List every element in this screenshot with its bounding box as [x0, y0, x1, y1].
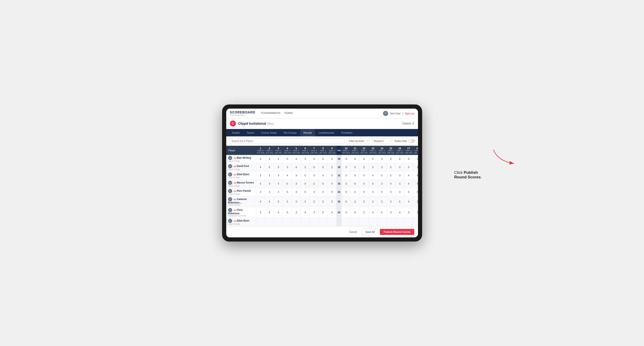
- hole-12-score[interactable]: 4: [360, 180, 368, 188]
- hole-2-score[interactable]: 3: [265, 188, 274, 196]
- tab-leaderboards[interactable]: Leaderboards: [316, 129, 338, 136]
- hole-16-score[interactable]: 6: [395, 155, 404, 163]
- hole-7-score[interactable]: 4: [310, 188, 319, 196]
- hole-10-score[interactable]: 3: [342, 180, 350, 188]
- hole-11-score[interactable]: [350, 218, 360, 226]
- hole-1-score[interactable]: 5: [256, 180, 265, 188]
- hole-10-score[interactable]: 3: [342, 163, 350, 172]
- nav-teams[interactable]: TEAMS: [284, 112, 293, 115]
- hole-14-score[interactable]: [377, 218, 386, 226]
- hole-5-score[interactable]: 3: [292, 180, 301, 188]
- hole-12-score[interactable]: 5: [360, 196, 368, 207]
- hole-1-score[interactable]: 5: [256, 172, 265, 180]
- hole-10-score[interactable]: 5: [342, 188, 350, 196]
- hole-7-score[interactable]: 5: [310, 155, 319, 163]
- nav-tournaments[interactable]: TOURNAMENTS: [261, 112, 280, 115]
- hole-16-score[interactable]: 5: [395, 196, 404, 207]
- hole-11-score[interactable]: 5: [350, 207, 360, 218]
- hole-10-score[interactable]: 3: [342, 172, 350, 180]
- tab-tee-groups[interactable]: Tee Groups: [280, 129, 300, 136]
- hole-10-score[interactable]: 3: [342, 155, 350, 163]
- hole-2-score[interactable]: [265, 218, 274, 226]
- hole-16-score[interactable]: 3: [395, 188, 404, 196]
- hole-2-score[interactable]: 4: [265, 196, 274, 207]
- hole-9-score[interactable]: 5: [328, 188, 336, 196]
- hole-4-score[interactable]: 3: [283, 196, 292, 207]
- hole-18-score[interactable]: [413, 218, 418, 226]
- tab-teams[interactable]: Teams: [244, 129, 257, 136]
- hole-18-score[interactable]: 3: [413, 163, 418, 172]
- hole-4-score[interactable]: 5: [283, 188, 292, 196]
- tab-printables[interactable]: Printables: [338, 129, 356, 136]
- tab-results[interactable]: Results: [300, 129, 315, 136]
- hole-14-score[interactable]: 3: [377, 180, 386, 188]
- hole-18-score[interactable]: 6: [413, 188, 418, 196]
- hole-5-score[interactable]: 4: [292, 163, 301, 172]
- hole-3-score[interactable]: 3: [274, 163, 283, 172]
- hole-4-score[interactable]: 5: [283, 207, 292, 218]
- hole-14-score[interactable]: 3: [377, 163, 386, 172]
- toggle-switch[interactable]: [408, 139, 415, 143]
- hole-6-score[interactable]: 5: [301, 188, 310, 196]
- hole-12-score[interactable]: 3: [360, 172, 368, 180]
- hole-10-score[interactable]: 6: [342, 196, 350, 207]
- hole-3-score[interactable]: [274, 218, 283, 226]
- hole-14-score[interactable]: 5: [377, 207, 386, 218]
- hole-2-score[interactable]: 4: [265, 207, 274, 218]
- tab-details[interactable]: Details: [229, 129, 243, 136]
- hole-3-score[interactable]: 5: [274, 155, 283, 163]
- totals-only-toggle[interactable]: Totals Only: [394, 139, 415, 143]
- hole-11-score[interactable]: 3: [350, 196, 360, 207]
- hole-8-score[interactable]: 5: [319, 163, 328, 172]
- hole-15-score[interactable]: 3: [386, 196, 395, 207]
- hole-5-score[interactable]: 4: [292, 155, 301, 163]
- hole-16-score[interactable]: [395, 218, 404, 226]
- hole-18-score[interactable]: 3: [413, 155, 418, 163]
- hole-17-score[interactable]: 5: [404, 155, 413, 163]
- hole-4-score[interactable]: 4: [283, 172, 292, 180]
- hole-8-score[interactable]: 5: [319, 207, 328, 218]
- hole-1-score[interactable]: 3: [256, 155, 265, 163]
- hole-12-score[interactable]: [360, 218, 368, 226]
- hole-13-score[interactable]: 5: [368, 180, 378, 188]
- hole-13-score[interactable]: 3: [368, 188, 378, 196]
- hole-13-score[interactable]: 5: [368, 163, 378, 172]
- hole-18-score[interactable]: 3: [413, 196, 418, 207]
- hole-5-score[interactable]: 3: [292, 172, 301, 180]
- hole-10-score[interactable]: [342, 218, 350, 226]
- hole-3-score[interactable]: 4: [274, 188, 283, 196]
- search-input[interactable]: [229, 138, 345, 144]
- hole-15-score[interactable]: 4: [386, 180, 395, 188]
- hole-17-score[interactable]: 4: [404, 172, 413, 180]
- hole-7-score[interactable]: 3: [310, 172, 319, 180]
- hole-2-score[interactable]: 3: [265, 155, 274, 163]
- tournament-cancel-button[interactable]: Cancel ✕: [402, 122, 414, 125]
- hole-14-score[interactable]: 3: [377, 196, 386, 207]
- hole-6-score[interactable]: 5: [301, 172, 310, 180]
- hole-7-score[interactable]: 5: [310, 163, 319, 172]
- hole-9-score[interactable]: 5: [328, 196, 336, 207]
- hole-13-score[interactable]: 5: [368, 155, 378, 163]
- hole-6-score[interactable]: 3: [301, 155, 310, 163]
- hole-11-score[interactable]: 5: [350, 172, 360, 180]
- hole-8-score[interactable]: 3: [319, 188, 328, 196]
- hole-12-score[interactable]: 4: [360, 188, 368, 196]
- hole-5-score[interactable]: 3: [292, 207, 301, 218]
- hole-1-score[interactable]: [256, 218, 265, 226]
- hole-8-score[interactable]: 5: [319, 180, 328, 188]
- hole-13-score[interactable]: [368, 218, 378, 226]
- hole-9-score[interactable]: 3: [328, 163, 336, 172]
- hole-1-score[interactable]: 3: [256, 207, 265, 218]
- hole-15-score[interactable]: 5: [386, 155, 395, 163]
- hole-14-score[interactable]: 3: [377, 172, 386, 180]
- hole-8-score[interactable]: 3: [319, 196, 328, 207]
- filter-by-team-select[interactable]: Filter by team: [347, 138, 370, 144]
- hole-14-score[interactable]: 3: [377, 155, 386, 163]
- hole-13-score[interactable]: 3: [368, 196, 378, 207]
- hole-18-score[interactable]: 3: [413, 207, 418, 218]
- hole-13-score[interactable]: 4: [368, 207, 378, 218]
- hole-3-score[interactable]: 3: [274, 172, 283, 180]
- hole-17-score[interactable]: 3: [404, 207, 413, 218]
- hole-2-score[interactable]: 3: [265, 172, 274, 180]
- hole-15-score[interactable]: 5: [386, 172, 395, 180]
